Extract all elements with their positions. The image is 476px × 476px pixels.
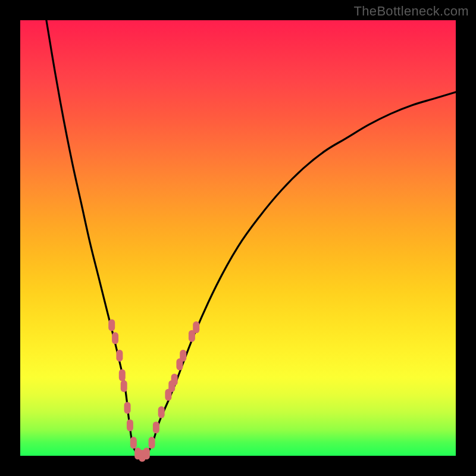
- bottleneck-curve: [46, 20, 456, 456]
- marker-dot: [130, 437, 137, 449]
- marker-dot: [127, 419, 133, 431]
- plot-area: [20, 20, 456, 456]
- marker-dot: [180, 350, 186, 362]
- marker-dot: [116, 350, 123, 362]
- marker-dot: [193, 321, 199, 333]
- watermark-text: TheBottleneck.com: [354, 4, 469, 19]
- marker-dot: [149, 437, 155, 449]
- marker-dot: [124, 402, 131, 414]
- marker-dot: [112, 332, 118, 344]
- marker-dot: [153, 421, 159, 433]
- marker-dot: [108, 319, 115, 331]
- curve-svg: [20, 20, 456, 456]
- marker-dot: [158, 406, 165, 418]
- highlight-dots: [108, 319, 199, 462]
- chart-frame: TheBottleneck.com: [0, 0, 476, 476]
- marker-dot: [119, 369, 126, 381]
- marker-dot: [143, 447, 150, 459]
- marker-dot: [171, 374, 178, 386]
- marker-dot: [121, 380, 127, 392]
